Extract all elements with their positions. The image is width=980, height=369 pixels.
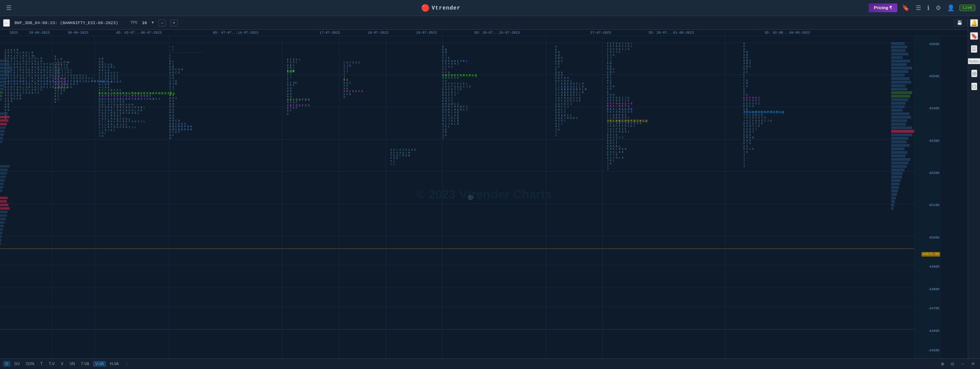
btn-VN[interactable]: VN: [67, 361, 77, 367]
expand-btn[interactable]: ↔: [959, 361, 967, 367]
price-45300: 45300: [929, 139, 939, 143]
grid-sidebar-icon[interactable]: ⊡: [971, 83, 977, 90]
svg-rect-23: [891, 123, 906, 125]
fit-btn[interactable]: ⊡: [949, 361, 956, 367]
hline-45100: [0, 203, 941, 204]
svg-rect-53: [0, 77, 7, 80]
svg-rect-40: [891, 183, 900, 185]
svg-rect-0: [891, 42, 905, 45]
grid-view-btn[interactable]: ⊞: [939, 361, 946, 367]
svg-rect-76: [0, 190, 2, 192]
date-label-3: 4D: 03-07...06-07-2023: [116, 31, 162, 35]
svg-rect-26: [891, 133, 912, 136]
svg-rect-28: [891, 140, 906, 143]
svg-rect-81: [0, 211, 8, 213]
settings2-sidebar-icon[interactable]: ⊞: [971, 70, 977, 77]
svg-rect-50: [0, 67, 11, 69]
hline-45600: [0, 42, 941, 43]
pricing-button[interactable]: Pricing ₹: [869, 3, 897, 12]
back-button[interactable]: ←: [3, 19, 10, 27]
date-label-6: 18-07-2023: [368, 31, 389, 35]
user-nav-icon[interactable]: 👤: [946, 3, 956, 13]
notes-sidebar-icon[interactable]: Notes: [968, 58, 980, 64]
more-options-btn[interactable]: ⋮: [122, 361, 131, 367]
svg-rect-35: [891, 165, 906, 168]
svg-rect-49: [0, 63, 10, 65]
btn-GV[interactable]: GV: [12, 361, 22, 367]
svg-rect-79: [0, 204, 8, 206]
bottom-toolbar: D GV GVN T T-V V VN T-VA V-VA H-VA ⋮ ⊞ ⊡…: [0, 358, 980, 369]
vline-5: [386, 36, 386, 358]
current-price-line: [0, 249, 941, 249]
svg-rect-41: [891, 186, 899, 189]
svg-rect-7: [891, 67, 912, 69]
tpo-label: TPO: [131, 21, 137, 25]
btn-D[interactable]: D: [3, 361, 10, 367]
bookmark-nav-icon[interactable]: 🔖: [900, 3, 911, 13]
btn-T-VA[interactable]: T-VA: [79, 361, 91, 367]
price-45200: 45200: [929, 171, 939, 175]
btn-T[interactable]: T: [38, 361, 45, 367]
svg-rect-2: [891, 49, 906, 52]
svg-rect-5: [891, 60, 910, 62]
settings-nav-icon[interactable]: ⚙: [934, 3, 942, 13]
profile-9: AAA BA BA B CA B CC DC DDD G HD G HD E F…: [555, 46, 586, 137]
svg-rect-21: [891, 116, 911, 119]
tpo-dropdown[interactable]: ▼: [152, 21, 154, 25]
refresh-btn[interactable]: ⟳: [969, 361, 977, 367]
svg-rect-29: [891, 144, 910, 146]
svg-rect-14: [891, 91, 912, 94]
minus-button[interactable]: −: [158, 20, 166, 26]
top-navigation: ☰ 🔴 Vtrender Pricing ₹ 🔖 ☰ ℹ ⚙ 👤 Live: [0, 0, 980, 16]
hline-45000: [0, 236, 941, 236]
chart-title: BNF_3DB_04:08:23: (BANKNIFTY_E3I-08-2023…: [15, 21, 118, 25]
svg-rect-32: [891, 154, 906, 157]
left-profile-histogram: [0, 42, 13, 358]
svg-rect-4: [891, 56, 903, 59]
vline-7: [546, 36, 546, 358]
svg-rect-51: [0, 70, 11, 73]
svg-rect-89: [0, 239, 2, 241]
price-44900: 44900: [929, 265, 939, 269]
svg-rect-12: [891, 84, 906, 87]
list-nav-icon[interactable]: ☰: [914, 3, 923, 13]
save-chart-button[interactable]: 💾: [954, 19, 965, 26]
right-profile-histogram: [891, 42, 914, 358]
logo-icon: 🔴: [421, 4, 430, 12]
svg-rect-42: [891, 190, 898, 192]
alerts-sidebar-icon[interactable]: 🔔: [970, 19, 978, 27]
hamburger-menu[interactable]: ☰: [5, 3, 13, 13]
btn-H-VA[interactable]: H-VA: [108, 361, 121, 367]
hline-45200: [0, 171, 941, 172]
plus-button[interactable]: +: [170, 20, 178, 26]
date-label-5: 17-07-2023: [319, 31, 340, 35]
svg-rect-57: [0, 91, 3, 94]
svg-rect-39: [891, 179, 901, 182]
svg-rect-33: [891, 158, 910, 161]
chart-area: © 2023 Vtrender Charts 2023 28-06-2023 3…: [0, 30, 968, 358]
btn-V-VA[interactable]: V-VA: [93, 361, 106, 367]
info-nav-icon[interactable]: ℹ: [926, 3, 931, 13]
date-label-1: 28-06-2023: [29, 31, 50, 35]
date-label-0: 2023: [10, 31, 18, 35]
svg-rect-9: [891, 74, 905, 76]
table-sidebar-icon[interactable]: ☰: [971, 45, 977, 53]
tpo-value: 16: [142, 21, 147, 25]
svg-rect-90: [0, 242, 1, 245]
profile-5: E F G K LF G K LG K LG R L I J K I JI JI…: [287, 59, 310, 115]
btn-V[interactable]: V: [59, 361, 66, 367]
date-label-8: 5D: 20-07...26-07-2023: [474, 31, 520, 35]
nav-right: Pricing ₹ 🔖 ☰ ℹ ⚙ 👤 Live: [869, 3, 975, 13]
date-label-11: 3D: 02-08...04-08-2023: [764, 31, 810, 35]
svg-rect-37: [891, 172, 903, 175]
bookmark-sidebar-icon[interactable]: 🔖: [970, 32, 978, 40]
btn-GVN[interactable]: GVN: [24, 361, 37, 367]
svg-rect-30: [891, 148, 905, 150]
hline-44600: [0, 329, 941, 330]
vline-4: [339, 36, 339, 358]
vline-3: [282, 36, 283, 358]
svg-rect-73: [0, 179, 5, 181]
svg-rect-68: [0, 140, 2, 143]
btn-TV[interactable]: T-V: [46, 361, 57, 367]
vline-8: [602, 36, 603, 358]
